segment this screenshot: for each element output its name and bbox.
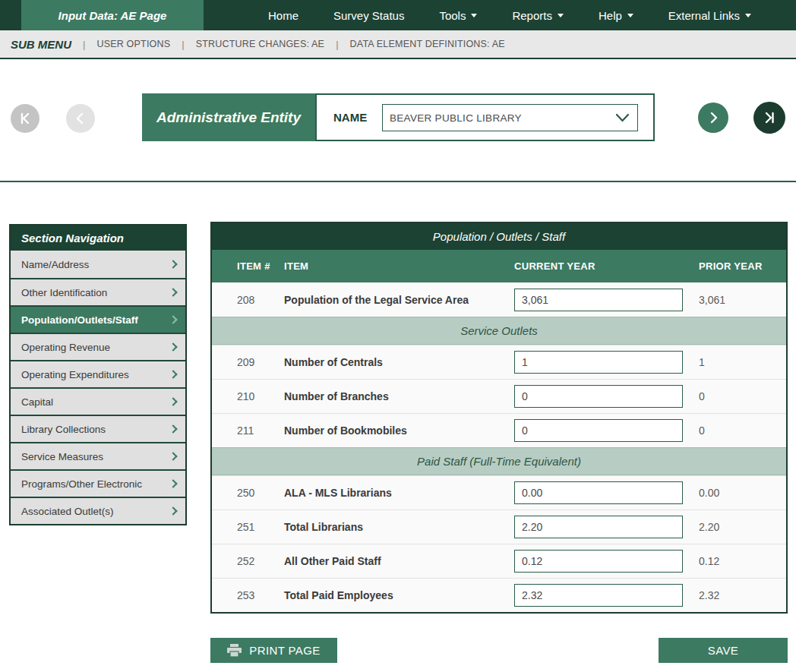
- item-number: 250: [237, 487, 284, 499]
- item-label: Total Paid Employees: [284, 589, 514, 601]
- first-record-button[interactable]: [11, 104, 39, 133]
- last-record-button[interactable]: [753, 102, 785, 134]
- item-number: 211: [237, 424, 284, 437]
- top-nav-links: HomeSurvey StatusToolsReportsHelpExterna…: [251, 0, 769, 30]
- prior-year-value: 2.32: [699, 589, 786, 601]
- next-record-icon: [706, 110, 721, 125]
- table-row-208: 208Population of the Legal Service Area3…: [212, 282, 786, 317]
- printer-icon: [227, 644, 242, 657]
- chevron-right-icon: [169, 315, 177, 323]
- item-number: 210: [237, 390, 284, 402]
- caret-down-icon: [558, 14, 564, 17]
- chevron-right-icon: [169, 370, 177, 378]
- caret-down-icon: [471, 14, 477, 17]
- sidebar-item-service-measures[interactable]: Service Measures: [11, 442, 185, 469]
- sidebar-item-label: Population/Outlets/Staff: [21, 314, 138, 326]
- top-nav-reports[interactable]: Reports: [494, 0, 581, 30]
- chevron-right-icon: [169, 506, 177, 515]
- page: Input Data: AE Page HomeSurvey StatusToo…: [0, 0, 796, 672]
- column-header-prior-year: PRIOR YEAR: [699, 260, 786, 272]
- sidebar-item-label: Capital: [21, 396, 53, 408]
- prior-year-value: 3,061: [699, 294, 786, 306]
- next-record-button[interactable]: [698, 103, 728, 133]
- first-record-icon: [17, 111, 33, 126]
- top-nav-home[interactable]: Home: [251, 0, 316, 30]
- current-year-input-252[interactable]: [514, 550, 683, 573]
- current-year-input-250[interactable]: [514, 481, 683, 504]
- item-label: Number of Bookmobiles: [284, 424, 514, 437]
- active-page-tab[interactable]: Input Data: AE Page: [21, 0, 204, 30]
- entity-name-value: BEAVER PUBLIC LIBRARY: [390, 112, 522, 124]
- submenu-title: SUB MENU: [11, 38, 71, 51]
- chevron-right-icon: [169, 397, 177, 405]
- item-label: All Other Paid Staff: [284, 555, 514, 567]
- current-year-input-211[interactable]: [514, 419, 683, 442]
- prior-year-value: 0: [699, 390, 786, 402]
- chevron-right-icon: [169, 452, 177, 460]
- submenu-item-user-options[interactable]: USER OPTIONS: [96, 39, 170, 49]
- current-year-input-208[interactable]: [514, 289, 683, 311]
- sidebar-item-label: Operating Expenditures: [21, 369, 129, 380]
- save-button[interactable]: SAVE: [659, 638, 788, 663]
- top-nav-tools[interactable]: Tools: [422, 0, 494, 30]
- section-subheader-service-outlets: Service Outlets: [212, 317, 786, 345]
- current-year-input-209[interactable]: [514, 351, 683, 374]
- top-nav-bar: Input Data: AE Page HomeSurvey StatusToo…: [0, 0, 796, 30]
- top-nav-label: External Links: [668, 9, 740, 22]
- sidebar-item-other-identification[interactable]: Other Identification: [11, 278, 185, 305]
- prior-year-value: 0: [699, 424, 786, 437]
- table-row-210: 210Number of Branches0: [212, 379, 786, 413]
- section-navigation-title: Section Navigation: [11, 226, 185, 251]
- submenu-separator: |: [83, 39, 85, 50]
- sidebar-item-population-outlets-staff[interactable]: Population/Outlets/Staff: [11, 305, 185, 333]
- submenu-item-structure-changes-ae[interactable]: STRUCTURE CHANGES: AE: [196, 39, 325, 49]
- top-nav-label: Survey Status: [333, 9, 404, 22]
- item-number: 251: [237, 521, 284, 533]
- sidebar-item-label: Name/Address: [21, 259, 89, 270]
- sidebar-item-label: Other Identification: [21, 287, 107, 298]
- top-nav-label: Reports: [512, 9, 552, 22]
- table-title: Population / Outlets / Staff: [212, 223, 786, 250]
- sidebar-item-capital[interactable]: Capital: [11, 387, 185, 415]
- top-nav-help[interactable]: Help: [581, 0, 651, 30]
- table-row-252: 252All Other Paid Staff0.12: [212, 544, 786, 578]
- column-header-item: ITEM: [284, 260, 514, 272]
- table-row-211: 211Number of Bookmobiles0: [212, 413, 786, 447]
- sidebar-item-operating-expenditures[interactable]: Operating Expenditures: [11, 360, 185, 387]
- save-label: SAVE: [708, 644, 739, 657]
- sidebar-item-programs-other-electronic[interactable]: Programs/Other Electronic: [11, 469, 185, 497]
- top-nav-survey-status[interactable]: Survey Status: [316, 0, 422, 30]
- submenu-items: |USER OPTIONS|STRUCTURE CHANGES: AE|DATA…: [71, 39, 505, 50]
- item-label: ALA - MLS Librarians: [284, 487, 514, 499]
- chevron-down-icon: [615, 113, 630, 122]
- column-header-current-year: CURRENT YEAR: [514, 260, 699, 272]
- current-year-input-253[interactable]: [514, 584, 683, 607]
- entity-title: Administrative Entity: [142, 93, 315, 141]
- print-page-label: PRINT PAGE: [249, 644, 320, 657]
- sidebar-item-associated-outlet-s[interactable]: Associated Outlet(s): [11, 497, 185, 524]
- chevron-right-icon: [169, 260, 177, 268]
- sidebar-item-operating-revenue[interactable]: Operating Revenue: [11, 333, 185, 360]
- name-label: NAME: [333, 111, 367, 124]
- sidebar-item-name-address[interactable]: Name/Address: [11, 251, 185, 278]
- sidebar-item-label: Service Measures: [21, 451, 103, 462]
- entity-name-select[interactable]: BEAVER PUBLIC LIBRARY: [382, 104, 638, 131]
- current-year-input-210[interactable]: [514, 385, 683, 408]
- caret-down-icon: [745, 14, 751, 17]
- top-nav-external-links[interactable]: External Links: [651, 0, 769, 30]
- submenu-item-data-element-definitions-ae[interactable]: DATA ELEMENT DEFINITIONS: AE: [350, 39, 505, 49]
- population-outlets-staff-table: Population / Outlets / Staff ITEM #ITEMC…: [210, 222, 788, 614]
- prior-year-value: 0.12: [699, 555, 786, 567]
- item-label: Number of Centrals: [284, 356, 514, 368]
- sidebar-item-label: Programs/Other Electronic: [21, 478, 142, 490]
- previous-record-button[interactable]: [66, 104, 95, 133]
- current-year-input-251[interactable]: [514, 516, 683, 538]
- prior-year-value: 2.20: [699, 521, 786, 533]
- section-subheader-paid-staff-full-time-equivalent: Paid Staff (Full-Time Equivalent): [212, 447, 786, 475]
- print-page-button[interactable]: PRINT PAGE: [210, 638, 337, 663]
- sidebar-item-library-collections[interactable]: Library Collections: [11, 415, 185, 442]
- entity-name-box: NAME BEAVER PUBLIC LIBRARY: [315, 93, 655, 141]
- sidebar-item-label: Library Collections: [21, 424, 106, 435]
- submenu-separator: |: [182, 39, 184, 50]
- entity-header: Administrative Entity NAME BEAVER PUBLIC…: [0, 61, 796, 182]
